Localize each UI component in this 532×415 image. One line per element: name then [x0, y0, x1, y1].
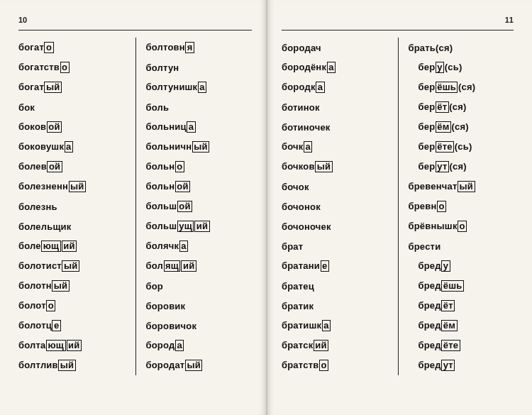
- word-entry: богато: [18, 38, 128, 57]
- word-entry: бревенчатый: [409, 177, 507, 197]
- word-text: бочонок: [282, 201, 321, 212]
- word-entry: бочонок: [282, 197, 391, 216]
- word-entry: берёте(сь): [409, 137, 507, 157]
- ending-box: ий: [62, 240, 77, 252]
- ending-box: ий: [194, 221, 209, 232]
- column-1: богатобогатствобогатыйбокбоковойбоковушк…: [18, 38, 135, 375]
- word-entry: бредёшь: [409, 276, 507, 296]
- ending-box: ёте: [436, 141, 454, 153]
- word-entry: болезненный: [18, 177, 128, 197]
- word-entry: братик: [282, 296, 391, 316]
- header-rule: [18, 30, 252, 31]
- word-text: беру(сь): [409, 62, 462, 73]
- word-entry: большой: [146, 197, 245, 216]
- column-4: брать(ся)беру(сь)берёшь(ся)берёт(ся)берё…: [398, 38, 514, 375]
- word-entry: болящий: [146, 256, 245, 276]
- word-text: болтливый: [18, 360, 76, 371]
- word-text: болотный: [18, 280, 70, 292]
- word-entry: берёшь(ся): [409, 77, 507, 97]
- word-entry: бочковый: [282, 157, 391, 177]
- word-entry: брат: [282, 236, 391, 256]
- word-entry: бор: [146, 276, 245, 296]
- word-entry: бородатый: [146, 355, 245, 375]
- ending-box: ющ: [46, 340, 65, 351]
- columns-left: богатобогатствобогатыйбокбоковойбоковушк…: [18, 38, 252, 375]
- word-entry: ботинок: [282, 97, 391, 117]
- word-entry: бредут: [409, 355, 507, 375]
- word-entry: беру(сь): [409, 57, 507, 77]
- word-text: болельщик: [18, 221, 71, 232]
- ending-box: ий: [314, 340, 328, 351]
- word-entry: болезнь: [18, 197, 128, 216]
- ending-box: а: [198, 82, 206, 93]
- word-text: берём(ся): [409, 121, 469, 133]
- word-text: бочоночек: [282, 221, 331, 232]
- ending-box: о: [458, 221, 467, 232]
- ending-box: о: [175, 161, 184, 172]
- ending-box: ут: [441, 360, 455, 371]
- word-entry: богатый: [18, 77, 128, 97]
- ending-box: у: [441, 260, 450, 272]
- word-entry: берём(ся): [409, 117, 507, 137]
- ending-box: ий: [181, 260, 196, 272]
- word-entry: бочок: [282, 177, 391, 197]
- word-text: бор: [146, 281, 164, 292]
- word-entry: болеющий: [18, 236, 128, 256]
- word-text: берёшь(ся): [409, 82, 476, 93]
- ending-box: ёт: [441, 300, 455, 311]
- word-text: брать(ся): [409, 43, 453, 53]
- ending-box: е: [52, 320, 60, 331]
- word-entry: болотистый: [18, 256, 128, 276]
- word-text: братец: [282, 281, 314, 292]
- word-text: боковой: [18, 121, 62, 133]
- word-entry: бочоночек: [282, 216, 391, 236]
- word-text: большой: [146, 201, 193, 212]
- word-text: борода: [146, 340, 184, 351]
- word-entry: болтовня: [146, 38, 245, 57]
- ending-box: ый: [44, 82, 62, 93]
- word-text: боровик: [146, 301, 186, 311]
- word-text: бородатый: [146, 360, 203, 371]
- word-text: бредёт: [409, 300, 455, 311]
- word-entry: боковой: [18, 117, 128, 137]
- word-entry: борода: [146, 336, 245, 355]
- ending-box: я: [185, 42, 194, 53]
- word-entry: братец: [282, 276, 391, 296]
- ending-box: ут: [436, 161, 449, 172]
- columns-right: бородачбородёнкабородкаботинокботиночекб…: [282, 38, 514, 375]
- ending-box: о: [44, 42, 53, 53]
- ending-box: а: [304, 141, 312, 153]
- word-text: бок: [18, 102, 35, 113]
- ending-box: ый: [458, 181, 475, 192]
- ending-box: ый: [185, 360, 203, 371]
- word-text: братик: [282, 301, 314, 311]
- word-text: болячка: [146, 240, 189, 252]
- word-text: бредёшь: [409, 280, 465, 292]
- word-entry: болтливый: [18, 355, 128, 375]
- word-entry: боровик: [146, 296, 245, 316]
- word-text: болтунишка: [146, 82, 207, 93]
- ending-box: о: [46, 300, 55, 311]
- word-text: богатый: [18, 82, 62, 93]
- word-text: больница: [146, 121, 196, 133]
- word-entry: болото: [18, 296, 128, 316]
- word-entry: болотный: [18, 276, 128, 296]
- word-text: бочковый: [282, 161, 333, 172]
- ending-box: а: [316, 82, 324, 93]
- ending-box: у: [436, 62, 444, 73]
- ending-box: ый: [62, 260, 79, 272]
- word-entry: братство: [282, 355, 391, 375]
- word-entry: бредёте: [409, 336, 507, 355]
- page-number-right: 11: [282, 16, 514, 27]
- word-entry: бредём: [409, 316, 507, 336]
- word-text: брат: [282, 241, 303, 252]
- ending-box: ый: [192, 141, 210, 153]
- word-entry: большущий: [146, 216, 245, 236]
- word-text: братишка: [282, 320, 331, 331]
- word-entry: берёт(ся): [409, 97, 507, 117]
- column-3: бородачбородёнкабородкаботинокботиночекб…: [282, 38, 398, 375]
- ending-box: о: [437, 201, 446, 212]
- word-entry: боровичок: [146, 316, 245, 336]
- word-text: болотистый: [18, 260, 79, 272]
- word-entry: болотце: [18, 316, 128, 336]
